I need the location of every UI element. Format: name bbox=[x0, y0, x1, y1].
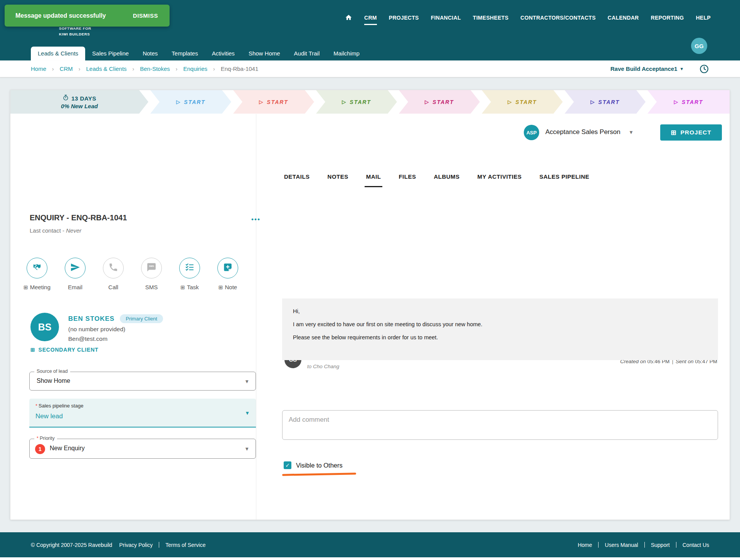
footer-link-support[interactable]: Support bbox=[651, 542, 670, 548]
breadcrumb-enquiries[interactable]: Enquiries bbox=[183, 65, 207, 72]
annotation-underline bbox=[282, 473, 356, 476]
top-nav-calendar[interactable]: CALENDAR bbox=[608, 15, 639, 21]
breadcrumb-ben-stokes[interactable]: Ben-Stokes bbox=[140, 65, 170, 72]
pipeline-stage-6[interactable]: ▷START bbox=[482, 90, 563, 114]
field-label: *Priority bbox=[34, 436, 57, 441]
module-tab-templates[interactable]: Templates bbox=[165, 47, 205, 60]
add-comment-input[interactable] bbox=[282, 410, 718, 440]
visible-to-others-checkbox[interactable]: ✓ Visible to Others bbox=[284, 461, 343, 469]
pipeline-stage-5[interactable]: ▷START bbox=[399, 90, 480, 114]
top-nav-crm[interactable]: CRM bbox=[364, 15, 377, 21]
pipeline-stage-4[interactable]: ▷START bbox=[316, 90, 397, 114]
tab-mail[interactable]: MAIL bbox=[366, 173, 381, 187]
priority-select[interactable]: *Priority 1 New Enquiry ▼ bbox=[29, 439, 256, 459]
client-name[interactable]: BEN STOKES bbox=[68, 315, 114, 323]
create-project-button[interactable]: ⊞ PROJECT bbox=[660, 124, 722, 141]
assignee-avatar: ASP bbox=[524, 125, 539, 140]
footer-link-users-manual[interactable]: Users Manual bbox=[605, 542, 638, 548]
add-secondary-client-button[interactable]: ⊞ SECONDARY CLIENT bbox=[30, 347, 98, 353]
chevron-down-icon: ▼ bbox=[244, 446, 249, 452]
module-tab-mailchimp[interactable]: Mailchimp bbox=[326, 47, 367, 60]
mail-body-line: I am very excited to have our first on s… bbox=[293, 321, 707, 328]
tab-my-activities[interactable]: MY ACTIVITIES bbox=[478, 173, 522, 187]
plus-square-icon: ⊞ bbox=[180, 284, 185, 290]
pipeline-current-stage[interactable]: 13 DAYS 0% New Lead bbox=[10, 90, 148, 114]
more-options-icon[interactable]: ••• bbox=[251, 216, 261, 223]
primary-client-badge: Primary Client bbox=[120, 314, 163, 323]
top-nav: CRMPROJECTSFINANCIALTIMESHEETSCONTRACTOR… bbox=[345, 14, 711, 21]
field-label: Source of lead bbox=[34, 369, 70, 374]
play-icon: ▷ bbox=[425, 99, 429, 105]
tab-details[interactable]: DETAILS bbox=[284, 173, 310, 187]
clock-icon[interactable] bbox=[699, 64, 709, 74]
module-tab-activities[interactable]: Activities bbox=[205, 47, 242, 60]
module-tabs: Leads & ClientsSales PipelineNotesTempla… bbox=[31, 47, 367, 60]
detail-tabs: DETAILSNOTESMAILFILESALBUMSMY ACTIVITIES… bbox=[284, 173, 589, 187]
timer-icon bbox=[62, 94, 69, 102]
play-icon: ▷ bbox=[176, 99, 181, 105]
priority-badge: 1 bbox=[35, 444, 45, 454]
mail-body-line: Hi, bbox=[293, 308, 707, 315]
company-context-dropdown[interactable]: Rave Build Acceptance1 bbox=[610, 65, 678, 72]
module-tab-audit-trail[interactable]: Audit Trail bbox=[287, 47, 327, 60]
module-tab-notes[interactable]: Notes bbox=[136, 47, 165, 60]
module-tab-leads-clients[interactable]: Leads & Clients bbox=[31, 47, 85, 60]
quick-action-email[interactable]: Email bbox=[65, 258, 86, 290]
tab-albums[interactable]: ALBUMS bbox=[434, 173, 459, 187]
user-avatar[interactable]: GG bbox=[691, 38, 707, 54]
client-avatar: BS bbox=[30, 313, 59, 341]
client-email: Ben@test.com bbox=[68, 335, 108, 342]
quick-action-task[interactable]: ⊞Task bbox=[179, 258, 200, 290]
footer-link-home[interactable]: Home bbox=[578, 542, 592, 548]
toast-dismiss-button[interactable]: DISMISS bbox=[133, 12, 158, 19]
last-contact: Last contact - Never bbox=[30, 227, 81, 234]
source-of-lead-select[interactable]: Source of lead Show Home ▼ bbox=[29, 372, 256, 391]
footer-link-privacy-policy[interactable]: Privacy Policy bbox=[119, 542, 153, 548]
quick-action-meeting[interactable]: ⊞Meeting bbox=[27, 258, 47, 290]
field-label: *Sales pipeline stage bbox=[35, 403, 83, 409]
pipeline-stage-3[interactable]: ▷START bbox=[233, 90, 314, 114]
footer-link-terms-of-service[interactable]: Terms of Service bbox=[165, 542, 205, 548]
footer-link-contact-us[interactable]: Contact Us bbox=[683, 542, 709, 548]
footer-separator bbox=[598, 542, 599, 548]
mail-body-line: Please see the below requirements in ord… bbox=[293, 334, 707, 341]
client-phone: (no number provided) bbox=[68, 326, 125, 333]
mail-body: Hi,I am very excited to have our first o… bbox=[282, 298, 718, 360]
module-tab-show-home[interactable]: Show Home bbox=[242, 47, 287, 60]
play-icon: ▷ bbox=[590, 99, 595, 105]
field-value: New Enquiry bbox=[50, 445, 85, 452]
top-nav-timesheets[interactable]: TIMESHEETS bbox=[473, 15, 508, 21]
quick-actions: ⊞Meeting Email Call SMS SMS ⊞Task ⊞Note bbox=[27, 258, 238, 290]
quick-action-sms[interactable]: SMS SMS bbox=[141, 258, 162, 290]
chevron-down-icon[interactable]: ▼ bbox=[629, 129, 634, 135]
checkbox-checked-icon: ✓ bbox=[284, 461, 291, 469]
module-tab-sales-pipeline[interactable]: Sales Pipeline bbox=[85, 47, 136, 60]
phone-icon bbox=[108, 262, 118, 274]
tab-sales-pipeline[interactable]: SALES PIPELINE bbox=[539, 173, 589, 187]
top-nav-reporting[interactable]: REPORTING bbox=[651, 15, 684, 21]
app-footer: © Copyright 2007-2025 Ravebuild Privacy … bbox=[0, 532, 740, 557]
breadcrumb-home[interactable]: Home bbox=[31, 65, 46, 72]
pipeline-stage-8[interactable]: ▷START bbox=[648, 90, 730, 114]
top-nav-projects[interactable]: PROJECTS bbox=[389, 15, 419, 21]
play-icon: ▷ bbox=[508, 99, 512, 105]
quick-action-call[interactable]: Call bbox=[103, 258, 124, 290]
sales-pipeline-stage-select[interactable]: *Sales pipeline stage New lead ▼ bbox=[29, 399, 256, 428]
quick-action-note[interactable]: ⊞Note bbox=[217, 258, 238, 290]
assignee-dropdown[interactable]: Acceptance Sales Person bbox=[545, 128, 621, 136]
chevron-down-icon[interactable]: ▾ bbox=[680, 66, 683, 72]
breadcrumb-separator: › bbox=[52, 66, 54, 72]
top-nav-help[interactable]: HELP bbox=[696, 15, 711, 21]
tab-notes[interactable]: NOTES bbox=[328, 173, 348, 187]
send-icon bbox=[70, 262, 80, 274]
tab-files[interactable]: FILES bbox=[399, 173, 416, 187]
home-icon[interactable] bbox=[345, 14, 352, 21]
breadcrumb-leads-clients[interactable]: Leads & Clients bbox=[86, 65, 127, 72]
top-nav-contractors-contacts[interactable]: CONTRACTORS/CONTACTS bbox=[520, 15, 595, 21]
handshake-icon bbox=[32, 262, 42, 274]
pipeline-stage-2[interactable]: ▷START bbox=[150, 90, 231, 114]
pipeline-stage-7[interactable]: ▷START bbox=[565, 90, 646, 114]
footer-separator bbox=[159, 542, 159, 548]
breadcrumb-crm[interactable]: CRM bbox=[60, 65, 73, 72]
top-nav-financial[interactable]: FINANCIAL bbox=[431, 15, 461, 21]
